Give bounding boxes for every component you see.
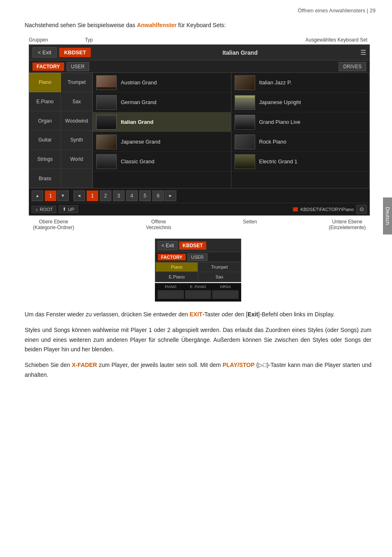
item-label-austrian: Austrian Grand <box>121 79 157 86</box>
upload-icon: ⬆ <box>62 207 66 212</box>
cat-brass[interactable]: Brass <box>29 169 61 188</box>
nav-page-4-right[interactable]: 4 <box>126 190 138 201</box>
root-button[interactable]: ⌂ ROOT <box>32 206 56 213</box>
item-label-italian: Italian Grand <box>121 119 153 125</box>
item-electric-grand[interactable]: Electric Grand 1 <box>231 152 369 172</box>
intro-paragraph: Nachstehend sehen Sie beispielsweise das… <box>25 21 371 30</box>
path-icon <box>293 207 298 211</box>
small-cat-epiano[interactable]: E.Piano <box>155 272 198 282</box>
cat-woodwind[interactable]: Woodwind <box>61 111 92 130</box>
cat-piano[interactable]: Piano <box>29 73 61 92</box>
item-thumb-rock <box>235 135 255 149</box>
intro-text-before: Nachstehend sehen Sie beispielsweise das <box>25 22 137 28</box>
small-browser-wrapper: < Exit KBDSET FACTORY USER Piano Trumpet… <box>25 239 371 302</box>
browser-window: < Exit KBDSET Italian Grand ☰ FACTORY US… <box>29 44 370 216</box>
keyboard-section: PIANO E. PIANO ORGA <box>155 283 241 302</box>
nav-page-1-left[interactable]: 1 <box>45 190 56 201</box>
cat-sax[interactable]: Sax <box>61 92 92 111</box>
kbdset-button[interactable]: KBDSET <box>59 48 91 57</box>
gear-button[interactable]: ⊙ <box>356 205 367 214</box>
ann-obere-label: Obere Ebene(Kategorie-Ordner) <box>33 219 74 230</box>
item-label-german: German Grand <box>121 99 157 105</box>
ann-untere-label: Untere Ebene(Einzelelemente) <box>329 219 366 230</box>
cat-organ[interactable]: Organ <box>29 111 61 130</box>
exit-code-highlight: Exit <box>247 311 258 318</box>
intro-highlight: Anwahlfenster <box>137 22 176 28</box>
small-factory-tab[interactable]: FACTORY <box>158 254 186 260</box>
item-austrian-grand[interactable]: Austrian Grand <box>93 73 231 93</box>
page-header: Öffnen eines Anwahliensters | 29 <box>0 0 392 17</box>
ann-offene-label: OffeneVerzeichnis <box>146 219 171 230</box>
nav-page-5-right[interactable]: 5 <box>139 190 151 201</box>
home-icon: ⌂ <box>35 207 38 212</box>
item-japanese-grand[interactable]: Japanese Grand <box>93 132 231 152</box>
cat-synth[interactable]: Synth <box>61 130 92 150</box>
nav-page-6-right[interactable]: 6 <box>152 190 164 201</box>
small-cat-sax[interactable]: Sax <box>198 272 241 282</box>
kbd-keys <box>157 290 239 299</box>
item-thumb-jazz <box>235 75 255 90</box>
small-exit-button[interactable]: < Exit <box>158 241 178 250</box>
item-thumb-upright <box>235 95 255 110</box>
nav-up-arrow[interactable]: ▲ <box>32 190 43 201</box>
side-tab-deutsch[interactable]: Deutsch <box>383 197 392 234</box>
item-thumb-classic <box>96 154 117 169</box>
categories-panel: Piano Trumpet E.Piano Sax Organ Woodwind… <box>29 73 93 188</box>
left-items-panel: Austrian Grand German Grand Italian Gran… <box>93 73 231 188</box>
kbd-key-2[interactable] <box>185 290 212 299</box>
small-categories: Piano Trumpet E.Piano Sax <box>155 262 241 282</box>
drives-tab[interactable]: DRIVES <box>339 62 366 71</box>
nav-next-arrow[interactable]: ► <box>165 190 176 201</box>
path-text: KBDSET\FACTORY\Piano <box>300 207 354 212</box>
factory-tab[interactable]: FACTORY <box>32 63 64 71</box>
item-label-jazz: Italian Jazz P. <box>259 79 292 86</box>
nav-page-2-right[interactable]: 2 <box>100 190 111 201</box>
exit-button[interactable]: < Exit <box>32 47 57 58</box>
user-tab[interactable]: USER <box>67 62 89 71</box>
callout-container: < Exit KBDSET FACTORY USER Piano Trumpet… <box>155 239 241 282</box>
small-kbdset-button[interactable]: KBDSET <box>179 241 206 250</box>
browser-labels: Gruppen Typ Ausgewähltes Keyboard Set <box>25 37 371 43</box>
para-3: Schieben Sie den X-FADER zum Player, der… <box>25 360 371 380</box>
item-japanese-upright[interactable]: Japanese Upright <box>231 93 369 112</box>
kbd-key-3[interactable] <box>212 290 239 299</box>
path-display: KBDSET\FACTORY\Piano <box>293 207 354 212</box>
browser-tabs: FACTORY USER DRIVES <box>29 60 369 73</box>
page-header-text: Öffnen eines Anwahliensters | 29 <box>297 7 376 14</box>
item-german-grand[interactable]: German Grand <box>93 93 231 112</box>
item-italian-grand[interactable]: Italian Grand <box>93 112 231 132</box>
up-label: UP <box>68 207 74 212</box>
browser-title: Italian Grand <box>124 49 356 56</box>
small-cat-piano[interactable]: Piano <box>155 262 198 272</box>
kbd-label-organ: ORGA <box>212 285 239 289</box>
nav-page-3-right[interactable]: 3 <box>113 190 125 201</box>
cat-empty <box>61 169 92 188</box>
nav-prev-arrow[interactable]: ◄ <box>74 190 85 201</box>
item-classic-grand[interactable]: Classic Grand <box>93 152 231 172</box>
up-button[interactable]: ⬆ UP <box>59 205 78 213</box>
small-browser-section: < Exit KBDSET FACTORY USER Piano Trumpet… <box>155 239 241 302</box>
small-cat-trumpet[interactable]: Trumpet <box>198 262 241 272</box>
small-browser: < Exit KBDSET FACTORY USER Piano Trumpet… <box>155 239 241 282</box>
cat-trumpet[interactable]: Trumpet <box>61 73 92 92</box>
ann-offene: OffeneVerzeichnis <box>146 219 171 230</box>
browser-annotations: Obere Ebene(Kategorie-Ordner) OffeneVerz… <box>29 219 370 230</box>
small-user-tab[interactable]: USER <box>187 253 208 261</box>
cat-epiano[interactable]: E.Piano <box>29 92 61 111</box>
cat-guitar[interactable]: Guitar <box>29 130 61 150</box>
small-topbar: < Exit KBDSET <box>155 239 241 252</box>
kbd-label-epiano: E. PIANO <box>185 285 212 289</box>
cat-strings[interactable]: Strings <box>29 150 61 169</box>
item-italian-jazz[interactable]: Italian Jazz P. <box>231 73 369 93</box>
item-grand-piano-live[interactable]: Grand Piano Live <box>231 112 369 132</box>
nav-page-1-right[interactable]: 1 <box>87 190 98 201</box>
cat-world[interactable]: World <box>61 150 92 169</box>
item-rock-piano[interactable]: Rock Piano <box>231 132 369 152</box>
side-tab-label: Deutsch <box>385 207 390 225</box>
menu-icon[interactable]: ☰ <box>360 49 366 56</box>
browser-nav: ▲ 1 ▼ ◄ 1 2 3 4 5 6 ► <box>29 188 369 203</box>
nav-down-arrow[interactable]: ▼ <box>57 190 69 201</box>
item-thumb-austrian <box>96 75 117 90</box>
kbd-key-1[interactable] <box>157 290 184 299</box>
ann-seiten: Seiten <box>243 219 257 230</box>
